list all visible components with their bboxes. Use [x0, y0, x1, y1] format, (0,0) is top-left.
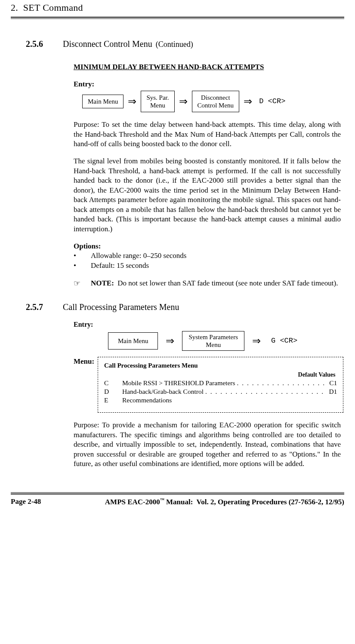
- section-number: 2.5.6: [26, 38, 63, 49]
- menu-box: Call Processing Parameters Menu Default …: [98, 357, 343, 413]
- bullet-icon: •: [74, 251, 91, 261]
- option-item: • Default: 15 seconds: [74, 261, 341, 271]
- menu-value: C1: [325, 379, 337, 387]
- entry-box-main-menu: Main Menu: [108, 332, 158, 350]
- option-text: Default: 15 seconds: [91, 261, 149, 271]
- footer-rule: [11, 492, 344, 494]
- section-continued: (Continued): [156, 40, 193, 49]
- header-rule: [11, 17, 344, 19]
- terminal-command: D <CR>: [259, 97, 285, 106]
- menu-value: D1: [325, 387, 337, 396]
- subheading: MINIMUM DELAY BETWEEN HAND-BACK ATTEMPTS: [74, 62, 341, 72]
- pointing-hand-icon: ☞: [74, 279, 91, 288]
- terminal-command: G <CR>: [271, 336, 297, 346]
- menu-block: Menu: Call Processing Parameters Menu De…: [74, 357, 341, 413]
- menu-label: Menu:: [74, 357, 98, 413]
- arrow-icon: ⇒: [252, 336, 261, 346]
- entry-box-line: Menu: [150, 102, 165, 109]
- entry-label: Entry:: [74, 80, 341, 89]
- arrow-icon: ⇒: [166, 336, 174, 346]
- leader-dots: . . . . . . . . . . . . . . . . . . . . …: [235, 379, 325, 387]
- option-item: • Allowable range: 0–250 seconds: [74, 251, 341, 261]
- chapter-title: SET Command: [23, 2, 83, 13]
- page-footer: Page 2-48 AMPS EAC-2000™ Manual: Vol. 2,…: [0, 492, 355, 513]
- menu-key: E: [104, 396, 122, 405]
- leader-dots: . . . . . . . . . . . . . . . . . . . . …: [204, 387, 325, 396]
- arrow-icon: ⇒: [128, 96, 136, 107]
- entry-path-257: Main Menu ⇒ System Parameters Menu ⇒ G <…: [108, 331, 341, 351]
- menu-desc: Hand-back/Grab-back Control: [122, 387, 204, 396]
- section-257-heading: 2.5.7 Call Processing Parameters Menu: [26, 301, 344, 313]
- purpose-paragraph: Purpose: To set the time delay between h…: [74, 120, 341, 149]
- menu-desc: Recommendations: [122, 396, 172, 405]
- purpose-paragraph: Purpose: To provide a mechanism for tail…: [74, 420, 341, 469]
- chapter-header: 2. SET Command: [11, 2, 344, 14]
- default-values-label: Default Values: [104, 371, 335, 379]
- body-paragraph: The signal level from mobiles being boos…: [74, 156, 341, 234]
- arrow-icon: ⇒: [244, 96, 252, 107]
- entry-box-disconnect: Disconnect Control Menu: [192, 91, 240, 112]
- trademark-icon: ™: [160, 497, 164, 502]
- menu-key: D: [104, 387, 122, 396]
- menu-item: E Recommendations: [104, 396, 337, 405]
- entry-box-line: System Parameters: [188, 334, 238, 340]
- bullet-icon: •: [74, 261, 91, 271]
- option-text: Allowable range: 0–250 seconds: [91, 251, 186, 261]
- menu-title: Call Processing Parameters Menu: [104, 362, 337, 370]
- entry-box-sys-par: Sys. Par. Menu: [141, 91, 174, 112]
- entry-box-line: Disconnect: [201, 94, 230, 101]
- arrow-icon: ⇒: [179, 96, 188, 107]
- menu-desc: Mobile RSSI > THRESHOLD Parameters: [122, 379, 235, 387]
- entry-box-line: Menu: [206, 341, 221, 348]
- entry-box-line: Sys. Par.: [146, 94, 169, 101]
- page-number: Page 2-48: [11, 497, 41, 507]
- options-list: • Allowable range: 0–250 seconds • Defau…: [74, 251, 341, 271]
- section-title: Disconnect Control Menu: [63, 39, 152, 49]
- options-label: Options:: [74, 242, 341, 251]
- menu-item: D Hand-back/Grab-back Control . . . . . …: [104, 387, 337, 396]
- entry-label: Entry:: [74, 320, 341, 329]
- entry-path-256: Main Menu ⇒ Sys. Par. Menu ⇒ Disconnect …: [82, 91, 341, 112]
- note-text: NOTE: Do not set lower than SAT fade tim…: [91, 279, 338, 288]
- section-title: Call Processing Parameters Menu: [63, 301, 179, 313]
- section-number: 2.5.7: [26, 301, 63, 313]
- section-256-heading: 2.5.6 Disconnect Control Menu (Continued…: [26, 38, 344, 49]
- entry-box-line: Control Menu: [198, 102, 234, 109]
- entry-box-sys-params: System Parameters Menu: [182, 331, 244, 351]
- menu-item: C Mobile RSSI > THRESHOLD Parameters . .…: [104, 379, 337, 387]
- menu-key: C: [104, 379, 122, 387]
- footer-title: AMPS EAC-2000™ Manual: Vol. 2, Operating…: [105, 497, 344, 507]
- entry-box-main-menu: Main Menu: [82, 95, 123, 108]
- chapter-number: 2.: [11, 2, 18, 13]
- note-row: ☞ NOTE: Do not set lower than SAT fade t…: [74, 279, 341, 288]
